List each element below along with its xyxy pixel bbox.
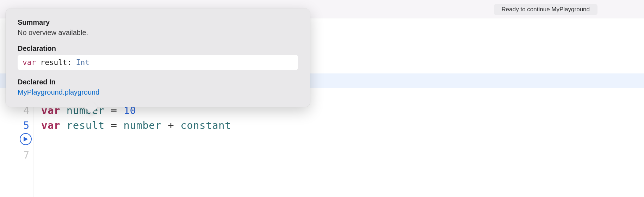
line-number: 5 bbox=[0, 120, 33, 131]
run-button[interactable] bbox=[20, 133, 32, 145]
code-line-5[interactable]: 5 var result = number + constant bbox=[0, 118, 644, 133]
declaration-box: var result: Int bbox=[18, 55, 298, 70]
line-number: 7 bbox=[0, 149, 33, 161]
declared-in-link[interactable]: MyPlayground.playground bbox=[18, 88, 298, 96]
summary-body: No overview available. bbox=[18, 29, 298, 37]
play-icon bbox=[23, 136, 28, 142]
declaration-heading: Declaration bbox=[18, 44, 298, 53]
status-text: Ready to continue MyPlayground bbox=[502, 6, 590, 13]
status-pill: Ready to continue MyPlayground bbox=[494, 4, 597, 15]
quick-help-popover: Summary No overview available. Declarati… bbox=[6, 8, 310, 107]
code-text: var result = number + constant bbox=[33, 119, 231, 131]
summary-heading: Summary bbox=[18, 18, 298, 26]
code-line-7[interactable]: 7 bbox=[0, 148, 644, 162]
declared-in-heading: Declared In bbox=[18, 78, 298, 86]
